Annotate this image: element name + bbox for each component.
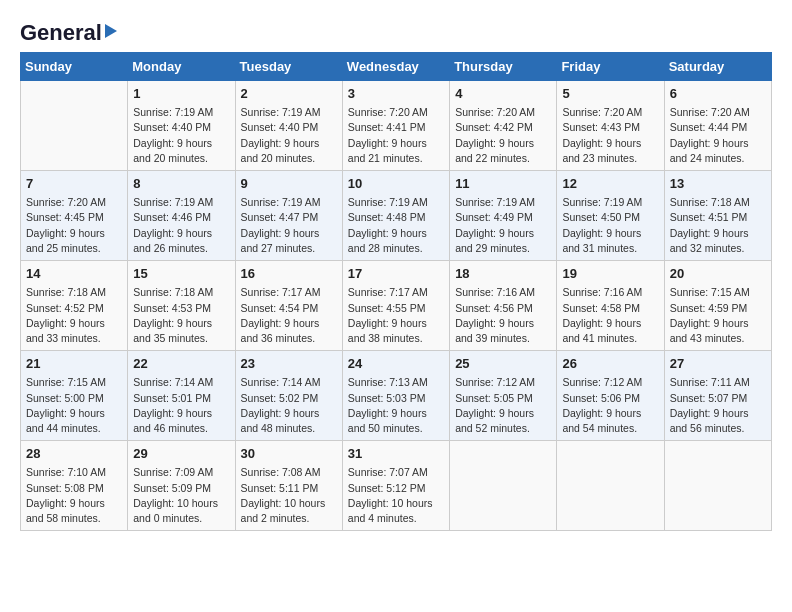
day-number: 25 bbox=[455, 355, 551, 373]
calendar-cell: 19Sunrise: 7:16 AM Sunset: 4:58 PM Dayli… bbox=[557, 261, 664, 351]
day-number: 21 bbox=[26, 355, 122, 373]
week-row-3: 14Sunrise: 7:18 AM Sunset: 4:52 PM Dayli… bbox=[21, 261, 772, 351]
day-number: 31 bbox=[348, 445, 444, 463]
calendar-cell bbox=[664, 441, 771, 531]
day-number: 9 bbox=[241, 175, 337, 193]
calendar-cell: 17Sunrise: 7:17 AM Sunset: 4:55 PM Dayli… bbox=[342, 261, 449, 351]
day-number: 1 bbox=[133, 85, 229, 103]
calendar-table: SundayMondayTuesdayWednesdayThursdayFrid… bbox=[20, 52, 772, 531]
calendar-cell bbox=[557, 441, 664, 531]
cell-content: Sunrise: 7:15 AM Sunset: 5:00 PM Dayligh… bbox=[26, 375, 122, 436]
cell-content: Sunrise: 7:19 AM Sunset: 4:40 PM Dayligh… bbox=[133, 105, 229, 166]
day-number: 7 bbox=[26, 175, 122, 193]
calendar-cell: 23Sunrise: 7:14 AM Sunset: 5:02 PM Dayli… bbox=[235, 351, 342, 441]
calendar-cell: 2Sunrise: 7:19 AM Sunset: 4:40 PM Daylig… bbox=[235, 81, 342, 171]
calendar-header: SundayMondayTuesdayWednesdayThursdayFrid… bbox=[21, 53, 772, 81]
day-header-sunday: Sunday bbox=[21, 53, 128, 81]
day-number: 4 bbox=[455, 85, 551, 103]
cell-content: Sunrise: 7:19 AM Sunset: 4:40 PM Dayligh… bbox=[241, 105, 337, 166]
logo-arrow-icon bbox=[105, 24, 117, 38]
day-number: 22 bbox=[133, 355, 229, 373]
day-number: 28 bbox=[26, 445, 122, 463]
calendar-cell: 1Sunrise: 7:19 AM Sunset: 4:40 PM Daylig… bbox=[128, 81, 235, 171]
cell-content: Sunrise: 7:18 AM Sunset: 4:52 PM Dayligh… bbox=[26, 285, 122, 346]
cell-content: Sunrise: 7:17 AM Sunset: 4:54 PM Dayligh… bbox=[241, 285, 337, 346]
day-header-saturday: Saturday bbox=[664, 53, 771, 81]
day-number: 30 bbox=[241, 445, 337, 463]
day-number: 18 bbox=[455, 265, 551, 283]
calendar-cell: 7Sunrise: 7:20 AM Sunset: 4:45 PM Daylig… bbox=[21, 171, 128, 261]
week-row-1: 1Sunrise: 7:19 AM Sunset: 4:40 PM Daylig… bbox=[21, 81, 772, 171]
week-row-2: 7Sunrise: 7:20 AM Sunset: 4:45 PM Daylig… bbox=[21, 171, 772, 261]
day-header-monday: Monday bbox=[128, 53, 235, 81]
calendar-cell: 5Sunrise: 7:20 AM Sunset: 4:43 PM Daylig… bbox=[557, 81, 664, 171]
cell-content: Sunrise: 7:20 AM Sunset: 4:41 PM Dayligh… bbox=[348, 105, 444, 166]
calendar-cell: 8Sunrise: 7:19 AM Sunset: 4:46 PM Daylig… bbox=[128, 171, 235, 261]
cell-content: Sunrise: 7:20 AM Sunset: 4:43 PM Dayligh… bbox=[562, 105, 658, 166]
calendar-cell: 31Sunrise: 7:07 AM Sunset: 5:12 PM Dayli… bbox=[342, 441, 449, 531]
day-header-wednesday: Wednesday bbox=[342, 53, 449, 81]
calendar-cell: 15Sunrise: 7:18 AM Sunset: 4:53 PM Dayli… bbox=[128, 261, 235, 351]
calendar-cell: 24Sunrise: 7:13 AM Sunset: 5:03 PM Dayli… bbox=[342, 351, 449, 441]
day-header-thursday: Thursday bbox=[450, 53, 557, 81]
day-number: 6 bbox=[670, 85, 766, 103]
day-number: 26 bbox=[562, 355, 658, 373]
day-header-tuesday: Tuesday bbox=[235, 53, 342, 81]
calendar-cell: 26Sunrise: 7:12 AM Sunset: 5:06 PM Dayli… bbox=[557, 351, 664, 441]
day-number: 11 bbox=[455, 175, 551, 193]
calendar-cell: 6Sunrise: 7:20 AM Sunset: 4:44 PM Daylig… bbox=[664, 81, 771, 171]
cell-content: Sunrise: 7:17 AM Sunset: 4:55 PM Dayligh… bbox=[348, 285, 444, 346]
cell-content: Sunrise: 7:14 AM Sunset: 5:02 PM Dayligh… bbox=[241, 375, 337, 436]
day-number: 14 bbox=[26, 265, 122, 283]
calendar-cell: 14Sunrise: 7:18 AM Sunset: 4:52 PM Dayli… bbox=[21, 261, 128, 351]
calendar-cell: 30Sunrise: 7:08 AM Sunset: 5:11 PM Dayli… bbox=[235, 441, 342, 531]
cell-content: Sunrise: 7:16 AM Sunset: 4:58 PM Dayligh… bbox=[562, 285, 658, 346]
cell-content: Sunrise: 7:19 AM Sunset: 4:49 PM Dayligh… bbox=[455, 195, 551, 256]
cell-content: Sunrise: 7:18 AM Sunset: 4:53 PM Dayligh… bbox=[133, 285, 229, 346]
calendar-cell: 29Sunrise: 7:09 AM Sunset: 5:09 PM Dayli… bbox=[128, 441, 235, 531]
day-number: 10 bbox=[348, 175, 444, 193]
calendar-cell bbox=[450, 441, 557, 531]
calendar-cell: 10Sunrise: 7:19 AM Sunset: 4:48 PM Dayli… bbox=[342, 171, 449, 261]
calendar-cell: 3Sunrise: 7:20 AM Sunset: 4:41 PM Daylig… bbox=[342, 81, 449, 171]
cell-content: Sunrise: 7:14 AM Sunset: 5:01 PM Dayligh… bbox=[133, 375, 229, 436]
day-number: 20 bbox=[670, 265, 766, 283]
day-number: 16 bbox=[241, 265, 337, 283]
cell-content: Sunrise: 7:19 AM Sunset: 4:46 PM Dayligh… bbox=[133, 195, 229, 256]
logo: General bbox=[20, 20, 117, 42]
calendar-cell: 22Sunrise: 7:14 AM Sunset: 5:01 PM Dayli… bbox=[128, 351, 235, 441]
calendar-cell: 9Sunrise: 7:19 AM Sunset: 4:47 PM Daylig… bbox=[235, 171, 342, 261]
day-header-friday: Friday bbox=[557, 53, 664, 81]
day-number: 15 bbox=[133, 265, 229, 283]
cell-content: Sunrise: 7:09 AM Sunset: 5:09 PM Dayligh… bbox=[133, 465, 229, 526]
day-number: 8 bbox=[133, 175, 229, 193]
day-number: 17 bbox=[348, 265, 444, 283]
day-number: 3 bbox=[348, 85, 444, 103]
calendar-cell bbox=[21, 81, 128, 171]
calendar-cell: 12Sunrise: 7:19 AM Sunset: 4:50 PM Dayli… bbox=[557, 171, 664, 261]
cell-content: Sunrise: 7:19 AM Sunset: 4:50 PM Dayligh… bbox=[562, 195, 658, 256]
calendar-cell: 16Sunrise: 7:17 AM Sunset: 4:54 PM Dayli… bbox=[235, 261, 342, 351]
calendar-cell: 18Sunrise: 7:16 AM Sunset: 4:56 PM Dayli… bbox=[450, 261, 557, 351]
week-row-4: 21Sunrise: 7:15 AM Sunset: 5:00 PM Dayli… bbox=[21, 351, 772, 441]
day-number: 24 bbox=[348, 355, 444, 373]
cell-content: Sunrise: 7:20 AM Sunset: 4:45 PM Dayligh… bbox=[26, 195, 122, 256]
cell-content: Sunrise: 7:10 AM Sunset: 5:08 PM Dayligh… bbox=[26, 465, 122, 526]
cell-content: Sunrise: 7:12 AM Sunset: 5:05 PM Dayligh… bbox=[455, 375, 551, 436]
week-row-5: 28Sunrise: 7:10 AM Sunset: 5:08 PM Dayli… bbox=[21, 441, 772, 531]
cell-content: Sunrise: 7:13 AM Sunset: 5:03 PM Dayligh… bbox=[348, 375, 444, 436]
logo-general: General bbox=[20, 20, 102, 46]
calendar-cell: 28Sunrise: 7:10 AM Sunset: 5:08 PM Dayli… bbox=[21, 441, 128, 531]
day-number: 13 bbox=[670, 175, 766, 193]
cell-content: Sunrise: 7:12 AM Sunset: 5:06 PM Dayligh… bbox=[562, 375, 658, 436]
page-header: General bbox=[20, 20, 772, 42]
day-number: 2 bbox=[241, 85, 337, 103]
day-number: 23 bbox=[241, 355, 337, 373]
cell-content: Sunrise: 7:15 AM Sunset: 4:59 PM Dayligh… bbox=[670, 285, 766, 346]
calendar-cell: 11Sunrise: 7:19 AM Sunset: 4:49 PM Dayli… bbox=[450, 171, 557, 261]
cell-content: Sunrise: 7:11 AM Sunset: 5:07 PM Dayligh… bbox=[670, 375, 766, 436]
calendar-cell: 27Sunrise: 7:11 AM Sunset: 5:07 PM Dayli… bbox=[664, 351, 771, 441]
cell-content: Sunrise: 7:08 AM Sunset: 5:11 PM Dayligh… bbox=[241, 465, 337, 526]
calendar-cell: 21Sunrise: 7:15 AM Sunset: 5:00 PM Dayli… bbox=[21, 351, 128, 441]
cell-content: Sunrise: 7:19 AM Sunset: 4:47 PM Dayligh… bbox=[241, 195, 337, 256]
